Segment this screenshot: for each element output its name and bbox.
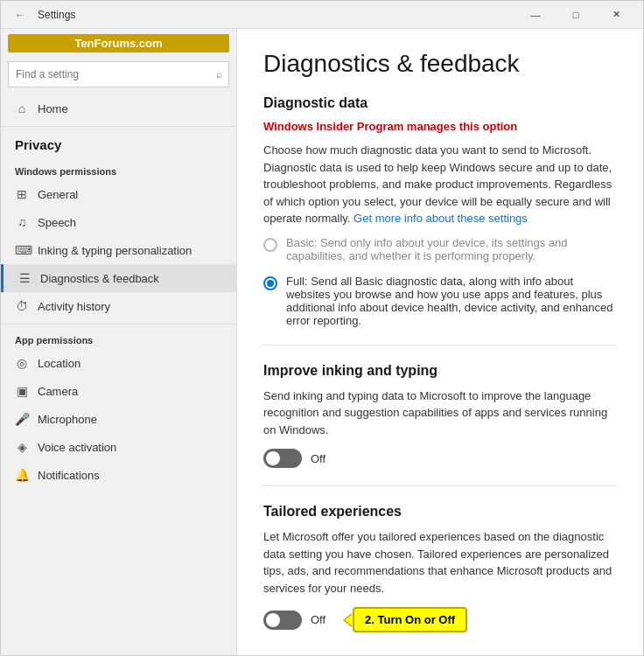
general-icon: ⊞ [15, 187, 29, 201]
main-content: Diagnostics & feedback Diagnostic data W… [237, 29, 643, 655]
radio-group: Basic: Send only info about your device,… [263, 236, 617, 327]
back-button[interactable]: ← [8, 3, 32, 27]
windows-permissions-heading: Windows permissions [1, 159, 236, 180]
search-container: ⌕ [8, 61, 229, 87]
camera-label: Camera [38, 385, 78, 398]
inking-toggle-label: Off [311, 452, 326, 465]
radio-basic-text: Basic: Send only info about your device,… [286, 236, 617, 262]
warning-text: Windows Insider Program manages this opt… [263, 120, 617, 133]
tailored-toggle-row: Off 2. Turn On or Off [263, 607, 617, 632]
radio-circle-basic[interactable] [263, 238, 277, 252]
radio-basic: Basic: Send only info about your device,… [263, 236, 617, 262]
sidebar-item-voice[interactable]: ◈ Voice activation [1, 433, 236, 461]
section-divider-2 [263, 485, 617, 486]
radio-full: Full: Send all Basic diagnostic data, al… [263, 275, 617, 327]
sidebar-item-microphone[interactable]: 🎤 Microphone [1, 405, 236, 433]
radio-full-text: Full: Send all Basic diagnostic data, al… [286, 275, 617, 327]
sidebar-item-inking[interactable]: ⌨ Inking & typing personalization [1, 236, 236, 264]
minimize-icon: — [531, 10, 541, 20]
microphone-icon: 🎤 [15, 412, 29, 426]
activity-icon: ⏱ [15, 299, 29, 313]
search-input[interactable] [8, 61, 229, 87]
titlebar-left: ← Settings [8, 3, 515, 27]
divider-1 [1, 126, 236, 127]
step2-callout-text: 2. Turn On or Off [353, 607, 467, 632]
app-permissions-heading: App permissions [1, 328, 236, 349]
microphone-label: Microphone [38, 413, 97, 426]
improve-inking-body: Send inking and typing data to Microsoft… [263, 387, 617, 439]
watermark: TenForums.com [8, 34, 229, 52]
inking-icon: ⌨ [15, 243, 29, 257]
inking-label: Inking & typing personalization [38, 244, 192, 257]
location-label: Location [38, 357, 80, 370]
diagnostic-data-title: Diagnostic data [263, 95, 617, 111]
home-label: Home [38, 102, 68, 115]
minimize-button[interactable]: — [515, 1, 556, 29]
titlebar-title: Settings [38, 9, 75, 21]
speech-label: Speech [38, 216, 76, 229]
camera-icon: ▣ [15, 384, 29, 398]
activity-label: Activity history [38, 300, 110, 313]
diagnostic-body-text: Choose how much diagnostic data you want… [263, 142, 617, 227]
close-button[interactable]: ✕ [596, 1, 636, 29]
titlebar: ← Settings — □ ✕ [1, 1, 643, 29]
sidebar-item-diagnostics[interactable]: ☰ Diagnostics & feedback [1, 264, 236, 292]
back-icon: ← [15, 9, 25, 21]
sidebar-item-location[interactable]: ◎ Location [1, 349, 236, 377]
titlebar-nav: ← [8, 3, 32, 27]
general-label: General [38, 188, 78, 201]
sidebar-item-activity[interactable]: ⏱ Activity history [1, 292, 236, 320]
tailored-toggle-label: Off [311, 613, 326, 626]
get-more-info-link[interactable]: Get more info about these settings [354, 212, 528, 225]
tailored-experiences-title: Tailored experiences [263, 504, 617, 520]
sidebar: TenForums.com ⌕ ⌂ Home Privacy Windows p… [1, 29, 237, 655]
speech-icon: ♫ [15, 215, 29, 229]
diagnostics-label: Diagnostics & feedback [40, 272, 159, 285]
diagnostics-icon: ☰ [18, 271, 32, 285]
location-icon: ◎ [15, 356, 29, 370]
content-scroll[interactable]: Diagnostics & feedback Diagnostic data W… [237, 29, 643, 655]
tailored-experiences-body: Let Microsoft offer you tailored experie… [263, 528, 617, 597]
sidebar-item-diagnostics-wrapper: ☰ Diagnostics & feedback 1. Click on [1, 264, 236, 292]
home-icon: ⌂ [15, 101, 29, 115]
search-icon: ⌕ [216, 68, 222, 80]
sidebar-item-camera[interactable]: ▣ Camera [1, 377, 236, 405]
section-divider-1 [263, 345, 617, 345]
app-body: TenForums.com ⌕ ⌂ Home Privacy Windows p… [1, 29, 643, 655]
notifications-icon: 🔔 [15, 468, 29, 482]
titlebar-controls: — □ ✕ [515, 1, 636, 29]
maximize-icon: □ [573, 10, 579, 20]
tailored-toggle[interactable] [263, 611, 302, 630]
maximize-button[interactable]: □ [556, 1, 596, 29]
divider-2 [1, 324, 236, 325]
notifications-label: Notifications [38, 469, 100, 482]
sidebar-item-speech[interactable]: ♫ Speech [1, 208, 236, 236]
sidebar-item-general[interactable]: ⊞ General [1, 180, 236, 208]
close-icon: ✕ [612, 9, 620, 20]
inking-toggle[interactable] [263, 449, 302, 468]
settings-window: ← Settings — □ ✕ TenForums.com ⌕ [0, 0, 644, 656]
page-title: Diagnostics & feedback [263, 50, 617, 78]
radio-circle-full[interactable] [263, 276, 277, 290]
voice-label: Voice activation [38, 441, 116, 454]
privacy-heading: Privacy [1, 130, 236, 159]
sidebar-item-home[interactable]: ⌂ Home [1, 94, 236, 122]
sidebar-item-notifications[interactable]: 🔔 Notifications [1, 461, 236, 489]
inking-toggle-row: Off [263, 449, 617, 468]
step2-callout: 2. Turn On or Off [343, 607, 467, 632]
improve-inking-title: Improve inking and typing [263, 363, 617, 379]
step2-arrow-inner [345, 614, 353, 626]
voice-icon: ◈ [15, 440, 29, 454]
